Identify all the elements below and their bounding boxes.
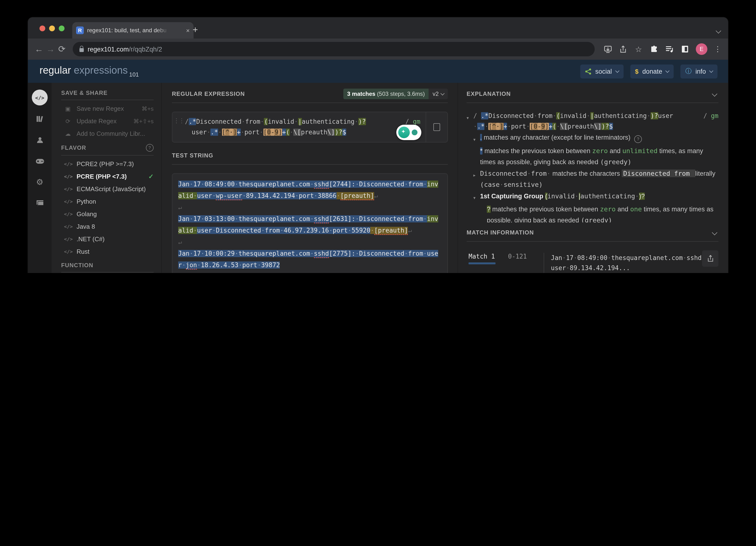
regex-token: Disconnected·from· xyxy=(196,118,264,125)
browser-menu-icon[interactable]: ⋮ xyxy=(714,45,721,53)
minimize-window-button[interactable] xyxy=(49,26,55,31)
regex-input[interactable]: ⋮⋮ /.*Disconnected·from·(invalid·|authen… xyxy=(172,112,448,143)
tab-close-icon[interactable]: × xyxy=(186,27,190,34)
regex-version-selector[interactable]: v2 xyxy=(429,89,448,99)
collapse-explanation-icon[interactable] xyxy=(712,91,717,97)
header-menus: social $ donate ⓘ info xyxy=(580,64,717,78)
grammarly-widget[interactable] xyxy=(396,125,421,140)
rail-editor-button[interactable]: </> xyxy=(32,90,48,105)
tab-search-icon[interactable] xyxy=(717,26,720,35)
close-window-button[interactable] xyxy=(39,26,45,31)
saveshare-save-new-regex[interactable]: ▣Save new Regex⌘+s xyxy=(64,105,156,112)
collapse-arrow-icon[interactable]: ▾ xyxy=(473,132,480,145)
regex-token: authenticating· xyxy=(594,112,651,119)
regex-charclass-token: [ xyxy=(530,123,534,130)
tab-title: regex101: build, test, and debu xyxy=(87,27,169,34)
regex-token: matches the previous token between xyxy=(483,147,592,155)
sidebar-item-label: .NET (C#) xyxy=(77,235,105,243)
arrow-spacer xyxy=(480,204,487,222)
editor-panel: REGULAR EXPRESSION 3 matches (503 steps,… xyxy=(161,83,457,273)
collapse-arrow-icon[interactable]: ▾ xyxy=(467,111,473,132)
highlighted-text: ·89.134.42.194·port·38866 xyxy=(242,192,336,199)
site-logo[interactable]: regular expressions101 xyxy=(39,65,139,78)
install-icon[interactable] xyxy=(603,45,612,53)
explanation-row[interactable]: ? matches the previous token between zer… xyxy=(467,204,718,222)
reload-button[interactable]: ⟳ xyxy=(58,44,66,54)
donate-menu[interactable]: $ donate xyxy=(630,64,674,78)
share-icon[interactable] xyxy=(619,45,627,53)
highlighted-text: sshd xyxy=(314,250,329,258)
profile-avatar[interactable]: E xyxy=(696,43,707,55)
flavor-python[interactable]: </>Python xyxy=(64,198,156,205)
drag-handle-icon[interactable]: ⋮⋮ xyxy=(172,112,185,142)
explanation-row[interactable]: ▾. matches any character (except for lin… xyxy=(467,132,718,145)
regex-token: Disconnected·from· xyxy=(480,169,551,177)
explanation-row[interactable]: * matches the previous token between zer… xyxy=(467,145,718,168)
flavor-golang[interactable]: </>Golang xyxy=(64,210,156,218)
rail-settings-button[interactable]: ⚙ xyxy=(32,174,48,190)
reader-extension-icon[interactable] xyxy=(680,45,689,53)
regex-charclass-token: [ xyxy=(263,129,267,136)
rail-games-button[interactable] xyxy=(32,153,48,169)
collapse-arrow-icon[interactable]: ▸ xyxy=(473,168,480,190)
rail-library-button[interactable] xyxy=(32,111,48,127)
rail-feedback-button[interactable] xyxy=(32,195,48,211)
help-icon[interactable]: ? xyxy=(634,135,642,143)
shortcut-label: ⌘+⇧+s xyxy=(133,118,154,124)
explanation-header[interactable]: EXPLANATION xyxy=(467,89,718,99)
explanation-row[interactable]: ▸Disconnected·from· matches the characte… xyxy=(467,168,718,190)
regex-token: (greedy) xyxy=(600,158,632,166)
match-row[interactable]: Match 10-121Jan·17·08:49:00·thesquarepla… xyxy=(467,248,718,273)
flavor-java-8[interactable]: </>Java 8 xyxy=(64,223,156,230)
test-string-input[interactable]: Jan·17·08:49:00·thesquareplanet.com·sshd… xyxy=(172,173,448,273)
info-menu[interactable]: ⓘ info xyxy=(680,64,717,78)
back-button[interactable]: ← xyxy=(35,44,43,54)
regex-token: preauth xyxy=(567,123,594,130)
url-bar[interactable]: regex101.com/r/qqbZqh/2 xyxy=(73,42,595,56)
browser-window: R regex101: build, test, and debu × + ← … xyxy=(28,17,728,273)
regex-token: (case·sensitive) xyxy=(480,181,543,188)
dollar-icon: $ xyxy=(635,68,638,75)
flavor-help-icon[interactable]: ? xyxy=(146,144,154,152)
regex-token: zero xyxy=(592,147,608,155)
flavor--net-c[interactable]: </>.NET (C#) xyxy=(64,235,156,243)
saveshare-update-regex[interactable]: ⟳Update Regex⌘+⇧+s xyxy=(64,117,156,125)
collapse-arrow-icon[interactable]: ▾ xyxy=(473,191,480,203)
saveshare-add-to-community-libr[interactable]: ☁Add to Community Libr... xyxy=(64,130,156,137)
playlist-extension-icon[interactable] xyxy=(665,45,674,53)
regex-charclass-token: ^ xyxy=(226,129,229,136)
regex-token: ( xyxy=(545,193,547,200)
gamepad-icon xyxy=(35,158,44,164)
regex-token: invalid· xyxy=(268,118,298,125)
export-matches-button[interactable] xyxy=(702,250,718,267)
forward-button[interactable]: → xyxy=(46,44,55,54)
copy-regex-button[interactable] xyxy=(426,112,447,142)
maximize-window-button[interactable] xyxy=(59,26,65,31)
browser-tab[interactable]: R regex101: build, test, and debu × xyxy=(72,22,194,39)
regex-charclass-token: ^ xyxy=(492,123,496,130)
flavor-ecmascript-javascript[interactable]: </>ECMAScript (JavaScript) xyxy=(64,185,156,193)
regex-token: · xyxy=(485,123,489,130)
new-tab-button[interactable]: + xyxy=(193,24,198,36)
regex-token: | xyxy=(590,112,594,119)
highlighted-text: user·Disconnected·from·46.97.239.16·port… xyxy=(197,227,370,234)
flavor-rust[interactable]: </>Rust xyxy=(64,248,156,255)
rail-account-button[interactable] xyxy=(32,132,48,148)
toolbar-icons: ☆ E ⋮ xyxy=(603,43,721,55)
regex-token: ·port· xyxy=(507,123,530,130)
extensions-puzzle-icon[interactable] xyxy=(650,45,658,53)
explanation-regex-line-1: / .*Disconnected·from·(invalid·|authenti… xyxy=(473,111,696,121)
collapse-match-info-icon[interactable] xyxy=(712,230,717,235)
lightbulb-icon[interactable] xyxy=(398,127,410,138)
shortcut-label: ⌘+s xyxy=(142,105,154,112)
flavor-pcre2-php-7-3[interactable]: </>PCRE2 (PHP >=7.3) xyxy=(64,160,156,168)
regex-token: )? xyxy=(335,129,342,136)
bookmark-star-icon[interactable]: ☆ xyxy=(634,45,643,53)
flavor-pcre-php-7-3[interactable]: </>PCRE (PHP <7.3)✓ xyxy=(64,173,156,180)
explanation-regex-row[interactable]: ▾/ .*Disconnected·from·(invalid·|authent… xyxy=(467,111,718,132)
explanation-text: 1st Capturing Group (invalid·|authentica… xyxy=(480,191,718,203)
match-info-header[interactable]: MATCH INFORMATION xyxy=(467,227,718,238)
regex-token: zero xyxy=(600,205,616,213)
social-menu[interactable]: social xyxy=(580,64,623,78)
explanation-row[interactable]: ▾1st Capturing Group (invalid·|authentic… xyxy=(467,191,718,203)
